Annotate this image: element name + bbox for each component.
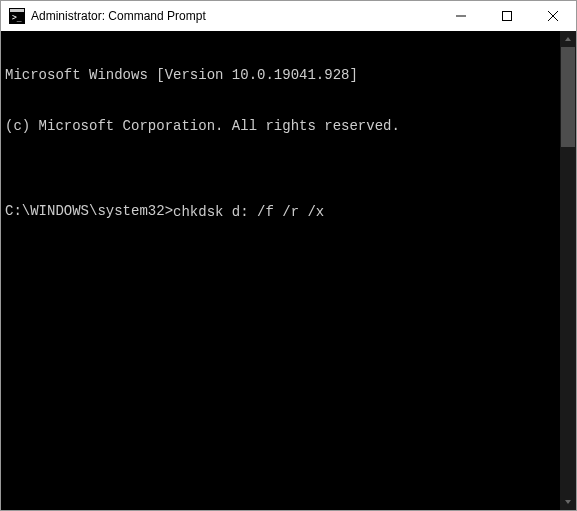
maximize-icon xyxy=(502,11,512,21)
minimize-icon xyxy=(456,11,466,21)
maximize-button[interactable] xyxy=(484,1,530,31)
prompt-line: C:\WINDOWS\system32> xyxy=(5,203,556,220)
terminal-area: Microsoft Windows [Version 10.0.19041.92… xyxy=(1,31,576,510)
chevron-down-icon xyxy=(564,498,572,506)
svg-text:>_: >_ xyxy=(12,13,22,22)
scroll-down-button[interactable] xyxy=(560,494,576,510)
close-icon xyxy=(548,11,558,21)
output-line: (c) Microsoft Corporation. All rights re… xyxy=(5,118,556,135)
minimize-button[interactable] xyxy=(438,1,484,31)
svg-marker-8 xyxy=(565,500,571,504)
cmd-icon: >_ xyxy=(9,8,25,24)
vertical-scrollbar[interactable] xyxy=(560,31,576,510)
scroll-up-button[interactable] xyxy=(560,31,576,47)
titlebar[interactable]: >_ Administrator: Command Prompt xyxy=(1,1,576,31)
svg-marker-7 xyxy=(565,37,571,41)
scroll-thumb[interactable] xyxy=(561,47,575,147)
svg-rect-1 xyxy=(10,9,24,12)
terminal-output[interactable]: Microsoft Windows [Version 10.0.19041.92… xyxy=(1,31,560,510)
command-prompt-window: >_ Administrator: Command Prompt Microso… xyxy=(0,0,577,511)
command-input[interactable] xyxy=(173,203,556,220)
window-title: Administrator: Command Prompt xyxy=(31,9,438,23)
prompt-text: C:\WINDOWS\system32> xyxy=(5,203,173,220)
window-controls xyxy=(438,1,576,31)
output-line: Microsoft Windows [Version 10.0.19041.92… xyxy=(5,67,556,84)
chevron-up-icon xyxy=(564,35,572,43)
close-button[interactable] xyxy=(530,1,576,31)
svg-rect-4 xyxy=(503,12,512,21)
